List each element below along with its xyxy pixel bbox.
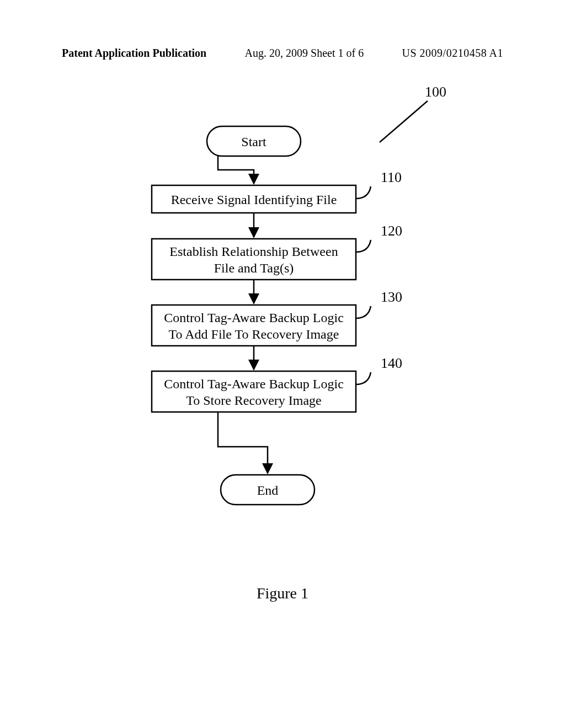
start-label: Start (241, 135, 266, 149)
ref-130: 130 (381, 289, 402, 305)
ref-100-leader (380, 101, 428, 142)
step1-label: Receive Signal Identifying File (171, 192, 337, 207)
ref-140: 140 (381, 355, 402, 371)
step3-label-line1: Control Tag-Aware Backup Logic (164, 311, 344, 325)
step2-label-line2: File and Tag(s) (214, 261, 294, 275)
step4-label-line1: Control Tag-Aware Backup Logic (164, 377, 344, 391)
connector-step4-end (218, 412, 268, 473)
step1-node: Receive Signal Identifying File (152, 185, 356, 213)
start-node: Start (207, 126, 301, 156)
end-label: End (257, 483, 279, 497)
step4-node: Control Tag-Aware Backup Logic To Store … (152, 371, 356, 412)
ref-120: 120 (381, 223, 402, 239)
step2-label-line1: Establish Relationship Between (169, 244, 338, 259)
step4-label-line2: To Store Recovery Image (186, 393, 322, 408)
ref-110: 110 (381, 169, 402, 185)
figure-caption: Figure 1 (0, 585, 565, 602)
ref-140-leader (356, 372, 371, 384)
connector-start-step1 (218, 156, 254, 184)
ref-130-leader (356, 306, 371, 318)
end-node: End (221, 475, 315, 505)
flowchart-svg: 100 Start Receive Signal Identifying Fil… (0, 0, 565, 728)
ref-110-leader (356, 186, 371, 199)
ref-120-leader (356, 240, 371, 252)
step2-node: Establish Relationship Between File and … (152, 239, 356, 280)
step3-node: Control Tag-Aware Backup Logic To Add Fi… (152, 305, 356, 346)
step3-label-line2: To Add File To Recovery Image (169, 327, 339, 341)
ref-100: 100 (425, 84, 446, 100)
page: Patent Application Publication Aug. 20, … (0, 0, 565, 728)
